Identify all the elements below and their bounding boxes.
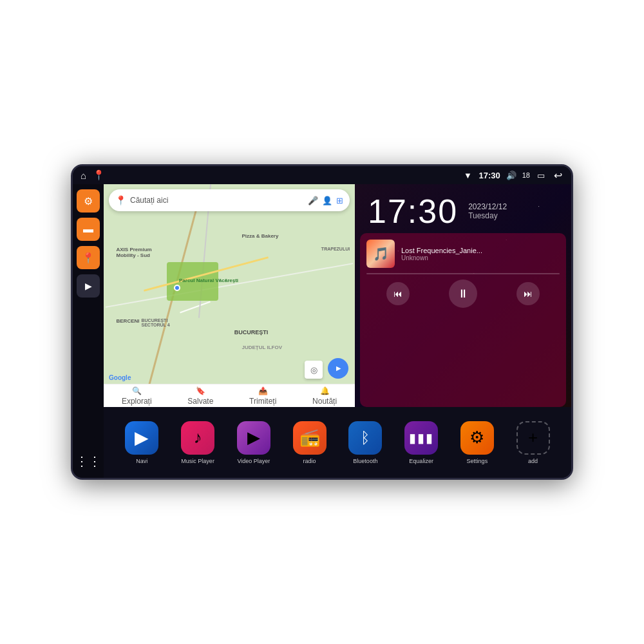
navi-icon: ▶ bbox=[85, 281, 92, 291]
map-start-button[interactable]: ▶ bbox=[328, 358, 348, 379]
status-right: ▼ 17:30 🔊 18 ▭ ↩ bbox=[462, 169, 564, 181]
sidebar: ⚙ ▬ 📍 ▶ ⋮⋮ bbox=[73, 184, 104, 478]
status-bar: ⌂ 📍 ▼ 17:30 🔊 18 ▭ ↩ bbox=[73, 166, 571, 184]
sidebar-files-button[interactable]: ▬ bbox=[77, 218, 100, 241]
sidebar-maps-button[interactable]: 📍 bbox=[77, 246, 100, 269]
back-icon[interactable]: ↩ bbox=[552, 169, 564, 181]
map-bottom-bar: 🔍 Explorați 🔖 Salvate 📤 Trimiteți bbox=[104, 384, 355, 407]
news-label: Noutăți bbox=[312, 397, 337, 406]
app-label-bluetooth: Bluetooth bbox=[353, 458, 377, 464]
map-label-axis: AXIS PremiumMobility - Sud bbox=[117, 247, 152, 258]
music-artist: Unknown bbox=[401, 254, 560, 261]
map-search-bar[interactable]: 📍 Căutați aici 🎤 👤 ⊞ bbox=[109, 189, 350, 211]
right-panel: 17:30 2023/12/12 Tuesday 🎵 bbox=[355, 184, 571, 407]
layers-icon[interactable]: ⊞ bbox=[336, 196, 343, 205]
map-marker-parc bbox=[174, 285, 180, 291]
clock-time: 17:30 bbox=[368, 194, 458, 228]
app-radio[interactable]: 📻radio bbox=[293, 421, 327, 464]
map-location-button[interactable]: ◎ bbox=[305, 361, 323, 379]
map-label-trapez: TRAPEZULUI bbox=[321, 247, 350, 251]
content-panels: 📍 Căutați aici 🎤 👤 ⊞ AXIS PremiumMobilit… bbox=[104, 184, 571, 478]
explore-label: Explorați bbox=[122, 397, 152, 406]
app-music-player[interactable]: ♪Music Player bbox=[181, 421, 214, 464]
google-maps-icon: 📍 bbox=[115, 195, 126, 205]
app-label-video-player: Video Player bbox=[237, 458, 270, 464]
app-icon-navi: ▶ bbox=[125, 421, 158, 455]
app-icon-radio: 📻 bbox=[293, 421, 327, 455]
home-button[interactable]: ⌂ bbox=[80, 170, 86, 181]
settings-icon: ⚙ bbox=[84, 195, 93, 207]
app-video-player[interactable]: ▶Video Player bbox=[237, 421, 270, 464]
app-label-add: add bbox=[528, 458, 538, 464]
map-news-button[interactable]: 🔔 Noutăți bbox=[312, 386, 337, 406]
next-icon: ⏭ bbox=[524, 289, 533, 299]
send-label: Trimiteți bbox=[249, 397, 276, 406]
map-saved-button[interactable]: 🔖 Salvate bbox=[187, 386, 213, 406]
saved-label: Salvate bbox=[187, 397, 213, 406]
send-icon: 📤 bbox=[258, 386, 268, 395]
app-label-settings: Settings bbox=[467, 458, 488, 464]
music-details: Lost Frequencies_Janie... Unknown bbox=[401, 247, 560, 261]
search-input-label: Căutați aici bbox=[130, 196, 304, 205]
album-art: 🎵 bbox=[366, 240, 395, 268]
app-equalizer[interactable]: ▮▮▮Equalizer bbox=[404, 421, 438, 464]
app-label-music-player: Music Player bbox=[181, 458, 214, 464]
map-label-pizza: Pizza & Bakery bbox=[242, 233, 279, 239]
app-icon-equalizer: ▮▮▮ bbox=[404, 421, 438, 455]
music-panel: 🎵 Lost Frequencies_Janie... Unknown bbox=[360, 233, 566, 407]
battery-icon: ▭ bbox=[535, 169, 547, 181]
app-label-radio: radio bbox=[303, 458, 316, 464]
prev-button[interactable]: ⏮ bbox=[386, 282, 410, 305]
top-panels: 📍 Căutați aici 🎤 👤 ⊞ AXIS PremiumMobilit… bbox=[104, 184, 571, 407]
sidebar-settings-button[interactable]: ⚙ bbox=[77, 189, 100, 213]
app-settings[interactable]: ⚙Settings bbox=[460, 421, 494, 464]
app-label-navi: Navi bbox=[136, 458, 147, 464]
app-add[interactable]: +add bbox=[516, 421, 550, 464]
battery-level: 18 bbox=[522, 171, 530, 179]
map-label-ilfov: JUDEȚUL ILFOV bbox=[242, 345, 283, 350]
sidebar-grid-button[interactable]: ⋮⋮ bbox=[77, 450, 100, 473]
map-panel[interactable]: 📍 Căutați aici 🎤 👤 ⊞ AXIS PremiumMobilit… bbox=[104, 184, 355, 407]
app-icon-music-player: ♪ bbox=[181, 421, 214, 455]
map-label-berceni: BERCENI bbox=[117, 318, 140, 324]
files-icon: ▬ bbox=[83, 223, 93, 235]
app-icon-bluetooth: ᛒ bbox=[348, 421, 382, 455]
music-progress-bar bbox=[366, 273, 560, 274]
music-info: 🎵 Lost Frequencies_Janie... Unknown bbox=[366, 240, 560, 268]
profile-icon[interactable]: 👤 bbox=[322, 196, 332, 205]
clock-area: 17:30 2023/12/12 Tuesday bbox=[355, 184, 571, 233]
sidebar-navi-button[interactable]: ▶ bbox=[77, 274, 100, 298]
map-label-parc: Parcul Natural Văcărești bbox=[179, 278, 238, 283]
clock-date: 2023/12/12 Tuesday bbox=[468, 202, 507, 220]
pause-button[interactable]: ⏸ bbox=[449, 279, 477, 308]
saved-icon: 🔖 bbox=[196, 386, 205, 395]
volume-icon[interactable]: 🔊 bbox=[506, 169, 517, 181]
map-label-bucuresti: BUCUREȘTI bbox=[234, 329, 269, 336]
app-icon-settings: ⚙ bbox=[460, 421, 494, 455]
music-controls: ⏮ ⏸ ⏭ bbox=[366, 279, 560, 308]
app-icon-add: + bbox=[516, 421, 550, 455]
status-time: 17:30 bbox=[479, 171, 500, 180]
app-icon-video-player: ▶ bbox=[237, 421, 270, 455]
map-icon: 📍 bbox=[82, 252, 95, 264]
map-explore-button[interactable]: 🔍 Explorați bbox=[122, 386, 152, 406]
map-send-button[interactable]: 📤 Trimiteți bbox=[249, 386, 276, 406]
app-bluetooth[interactable]: ᛒBluetooth bbox=[348, 421, 382, 464]
music-title: Lost Frequencies_Janie... bbox=[401, 247, 560, 254]
prev-icon: ⏮ bbox=[393, 289, 402, 299]
maps-nav-icon[interactable]: 📍 bbox=[93, 169, 105, 181]
pause-icon: ⏸ bbox=[457, 287, 469, 301]
mic-icon[interactable]: 🎤 bbox=[308, 196, 318, 205]
app-navi[interactable]: ▶Navi bbox=[125, 421, 158, 464]
app-grid: ▶Navi♪Music Player▶Video Player📻radioᛒBl… bbox=[104, 407, 571, 478]
main-area: ⚙ ▬ 📍 ▶ ⋮⋮ bbox=[73, 184, 571, 478]
car-display: ⌂ 📍 ▼ 17:30 🔊 18 ▭ ↩ ⚙ ▬ bbox=[71, 164, 573, 480]
news-icon: 🔔 bbox=[320, 386, 330, 395]
status-left: ⌂ 📍 bbox=[80, 169, 105, 181]
grid-icon: ⋮⋮ bbox=[75, 453, 101, 469]
next-button[interactable]: ⏭ bbox=[516, 282, 540, 305]
screen: ⌂ 📍 ▼ 17:30 🔊 18 ▭ ↩ ⚙ ▬ bbox=[73, 166, 571, 478]
explore-icon: 🔍 bbox=[132, 386, 142, 395]
clock-date-text: 2023/12/12 bbox=[468, 202, 507, 211]
google-logo: Google bbox=[109, 374, 131, 381]
